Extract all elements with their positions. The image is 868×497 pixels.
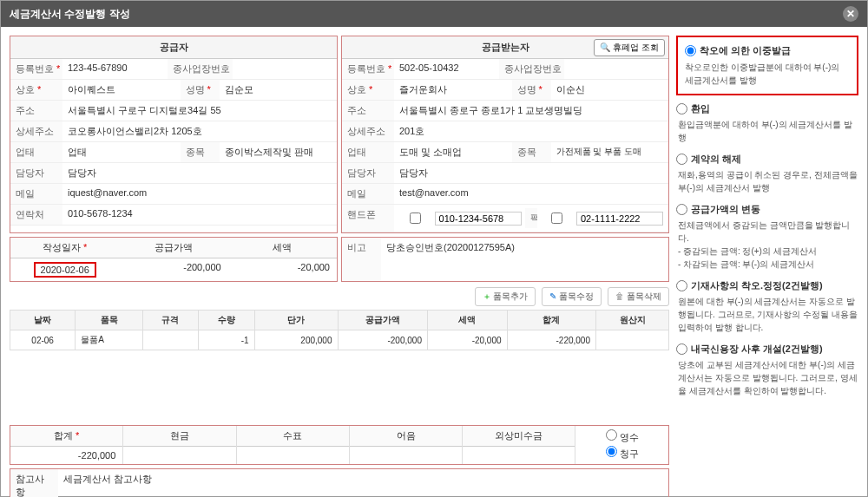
reason-return[interactable]: 환입 환입금액분에 대하여 부(-)의 세금계산서를 발행 (676, 102, 858, 144)
label-b-ceo: 성명 (512, 80, 551, 100)
th-spec: 규격 (142, 311, 198, 330)
delete-item-button[interactable]: 🗑 품목삭제 (608, 287, 669, 306)
phone-checkbox[interactable] (399, 213, 431, 224)
label-b-addr: 주소 (342, 101, 394, 121)
close-icon[interactable]: ✕ (843, 6, 858, 22)
buyer-regno: 502-05-10432 (394, 59, 499, 79)
reason-cancel[interactable]: 계약의 해제 재화,용역의 공급이 취소된 경우로, 전체금액을 부(-)의 세… (676, 153, 858, 194)
label-b-company: 상호 (342, 80, 394, 100)
supplier-ceo: 김순모 (220, 80, 338, 100)
reason-radio-4[interactable] (676, 204, 687, 215)
item-table: 날짜 품목 규격 수량 단가 공급가액 세액 합계 원산지 02-06 물품A (10, 310, 669, 350)
label-regno: 등록번호 (10, 59, 62, 79)
label-item: 종목 (181, 142, 220, 162)
supplier-email: iquest@naver.com (62, 184, 337, 204)
buyer-addr2: 201호 (394, 121, 668, 141)
label-b-addr2: 상세주소 (342, 121, 394, 141)
label-b-biztype: 업태 (342, 142, 394, 162)
label-ref: 참고사항 (10, 469, 58, 497)
label-biztype: 업태 (10, 142, 62, 162)
supplier-contact: 010-5678-1234 (62, 205, 337, 225)
radio-claim[interactable]: 청구 (582, 446, 661, 461)
label-supply: 공급가액 (119, 238, 227, 258)
ref-value[interactable]: 세금계산서 참고사항 (58, 469, 668, 497)
total-check[interactable] (237, 447, 349, 454)
tax-value: -20,000 (228, 258, 337, 276)
modal-title: 세금계산서 수정발행 작성 (10, 7, 130, 22)
th-supply: 공급가액 (338, 311, 427, 330)
buyer-manager: 담당자 (394, 163, 668, 183)
supplier-biztype: 업태 (62, 142, 181, 162)
reason-correction[interactable]: 기재사항의 착오.정정(2건발행) 원본에 대한 부(-)의 세금계산서는 자동… (676, 279, 858, 334)
buyer-ceo: 이순신 (551, 80, 669, 100)
remarks-value: 당초승인번호(20200127595A) (381, 238, 668, 281)
th-name: 품목 (76, 311, 142, 330)
label-contact: 연락처 (10, 205, 62, 225)
totals-panel: 합계 * -220,000 현금 수표 어음 외상미수금 (10, 425, 669, 465)
total-note[interactable] (350, 447, 462, 454)
label-date: 작성일자 * (10, 238, 119, 258)
supply-value: -200,000 (119, 258, 227, 276)
total-credit[interactable] (463, 447, 575, 454)
label-addr: 주소 (10, 101, 62, 121)
buyer-biztype: 도매 및 소매업 (394, 142, 512, 162)
label-b-manager: 담당자 (342, 163, 394, 183)
label-remarks: 비고 (342, 238, 381, 281)
label-b-email: 메일 (342, 184, 394, 204)
total-sum: -220,000 (10, 447, 122, 464)
reason-radio-1[interactable] (685, 45, 696, 56)
edit-item-button[interactable]: ✎ 품목수정 (542, 287, 602, 306)
label-addr2: 상세주소 (10, 121, 62, 141)
buyer-company: 즐거운회사 (394, 80, 512, 100)
reason-duplicate[interactable]: 착오에 의한 이중발급 착오로인한 이중발급분에 대하여 부(-)의 세금계산서… (676, 36, 858, 95)
buyer-panel: 공급받는자 🔍 휴폐업 조회 등록번호 502-05-10432 종사업장번호 … (341, 36, 669, 233)
supplier-regno: 123-45-67890 (62, 59, 168, 79)
reason-radio-5[interactable] (676, 280, 687, 291)
reason-radio-2[interactable] (676, 103, 687, 114)
supplier-bizplace (233, 59, 338, 79)
lookup-button[interactable]: 🔍 휴폐업 조회 (594, 39, 665, 56)
label-company: 상호 (10, 80, 62, 100)
reason-lc[interactable]: 내국신용장 사후 개설(2건발행) 당초에 교부된 세금계산서에 대한 부(-)… (676, 343, 858, 397)
supplier-manager: 담당자 (62, 163, 337, 183)
th-total: 합계 (507, 311, 595, 330)
reason-radio-6[interactable] (676, 343, 687, 355)
label-ceo: 성명 (181, 80, 220, 100)
reference-panel: 참고사항 세금계산서 참고사항 (10, 468, 669, 497)
label-b-regno: 등록번호 (342, 59, 394, 79)
radio-receipt[interactable]: 영수 (582, 429, 661, 444)
label-b-item: 종목 (512, 142, 551, 162)
th-price: 단가 (254, 311, 338, 330)
label-b-phone: 핸드폰 (342, 205, 394, 232)
label-email: 메일 (10, 184, 62, 204)
supplier-company: 아이퀘스트 (62, 80, 181, 100)
reason-amount-change[interactable]: 공급가액의 변동 전체금액에서 증감되는 금액만큼을 발행합니다. - 증감되는… (676, 203, 858, 271)
date-value[interactable]: 2020-02-06 (34, 262, 96, 278)
buyer-phone-input[interactable] (435, 212, 522, 226)
label-manager: 담당자 (10, 163, 62, 183)
label-b-fax: 팩스 (525, 208, 538, 228)
total-cash[interactable] (123, 447, 235, 454)
table-row[interactable]: 02-06 물품A -1 200,000 -200,000 -20,000 -2… (10, 330, 669, 350)
fax-checkbox[interactable] (541, 213, 573, 224)
buyer-header: 공급받는자 🔍 휴폐업 조회 (342, 36, 668, 59)
buyer-email: test@naver.com (394, 184, 668, 204)
buyer-fax-input[interactable] (576, 212, 663, 226)
th-origin: 원산지 (596, 311, 669, 330)
label-b-bizplace: 종사업장번호 (499, 59, 564, 79)
label-bizplace: 종사업장번호 (168, 59, 233, 79)
reason-panel: 착오에 의한 이중발급 착오로인한 이중발급분에 대하여 부(-)의 세금계산서… (676, 36, 858, 497)
reason-radio-3[interactable] (676, 154, 687, 165)
supplier-addr: 서울특별시 구로구 디지털로34길 55 (62, 101, 337, 121)
supplier-item: 종이박스제작및 판매 (220, 142, 338, 162)
supplier-panel: 공급자 등록번호 123-45-67890 종사업장번호 상호 아이퀘스트 성명… (10, 36, 338, 233)
label-tax: 세액 (228, 238, 337, 258)
th-tax: 세액 (427, 311, 507, 330)
add-item-button[interactable]: ＋ 품목추가 (475, 287, 536, 306)
supplier-addr2: 코오롱사이언스밸리2차 1205호 (62, 121, 337, 141)
buyer-addr: 서울특별시 종로구 종로1가 1 교보생명빌딩 (394, 101, 668, 121)
modal-titlebar: 세금계산서 수정발행 작성 ✕ (1, 1, 867, 27)
buyer-item: 가전제품 및 부품 도매 (551, 142, 669, 162)
supplier-header: 공급자 (10, 36, 337, 59)
buyer-bizplace (564, 59, 669, 79)
